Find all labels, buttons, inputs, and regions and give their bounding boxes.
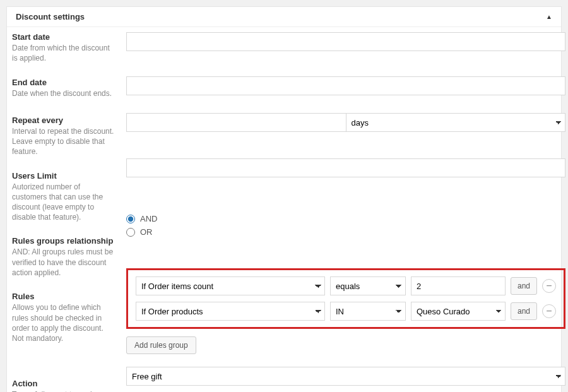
rule-remove-button[interactable]: −: [542, 304, 556, 318]
start-date-desc: Date from which the discount is applied.: [12, 43, 116, 63]
relationship-or-radio[interactable]: [126, 228, 135, 237]
end-date-label: End date: [12, 78, 116, 87]
panel-title: Discount settings: [16, 12, 85, 21]
rule-condition-select[interactable]: If Order items count: [136, 276, 325, 295]
rule-row: If Order products IN Queso Curado and −: [136, 302, 556, 321]
rule-logic-button[interactable]: and: [511, 277, 537, 295]
relationship-radio-group: AND OR: [126, 214, 565, 256]
action-desc: Type of discount to apply.: [12, 389, 116, 392]
users-limit-desc: Autorized number of customers that can u…: [12, 182, 116, 223]
rules-label: Rules: [12, 292, 116, 301]
discount-settings-panel: Discount settings ▲ Start date Date from…: [6, 6, 562, 392]
add-rules-group-button[interactable]: Add rules group: [126, 336, 196, 354]
rule-remove-button[interactable]: −: [542, 279, 556, 293]
relationship-or-label: OR: [140, 227, 153, 237]
users-limit-label: Users Limit: [12, 171, 116, 181]
rule-condition-select[interactable]: If Order products: [136, 302, 325, 321]
end-date-input[interactable]: [126, 76, 565, 95]
rule-row: If Order items count equals and −: [136, 276, 556, 295]
main-form: days AND OR: [122, 32, 565, 392]
relationship-and-option[interactable]: AND: [126, 214, 565, 223]
minus-icon: −: [546, 281, 552, 291]
repeat-unit-select[interactable]: days: [346, 113, 566, 132]
rule-operator-select[interactable]: equals: [330, 276, 406, 295]
rule-logic-button[interactable]: and: [511, 302, 537, 320]
action-label: Action: [12, 379, 116, 388]
relationship-desc: AND: All groups rules must be verified t…: [12, 247, 116, 278]
rules-group-box: If Order items count equals and − If Ord…: [126, 268, 565, 329]
rules-desc: Allows you to define which rules should …: [12, 302, 116, 343]
start-date-label: Start date: [12, 32, 116, 42]
relationship-and-radio[interactable]: [126, 215, 135, 223]
start-date-input[interactable]: [126, 32, 565, 51]
sidebar: Start date Date from which the discount …: [12, 32, 122, 392]
minus-icon: −: [546, 306, 552, 316]
end-date-desc: Date when the discount ends.: [12, 88, 116, 98]
panel-collapse-toggle[interactable]: ▲: [546, 13, 552, 20]
repeat-label: Repeat every: [12, 116, 116, 125]
users-limit-input[interactable]: [126, 158, 565, 177]
repeat-interval-input[interactable]: [126, 113, 346, 132]
rule-value-input[interactable]: [411, 276, 506, 295]
repeat-desc: Interval to repeat the discount. Leave e…: [12, 126, 116, 157]
panel-header: Discount settings ▲: [7, 7, 561, 27]
relationship-and-label: AND: [140, 214, 157, 223]
rule-value-select[interactable]: Queso Curado: [411, 302, 506, 321]
relationship-label: Rules groups relationship: [12, 236, 116, 246]
relationship-or-option[interactable]: OR: [126, 227, 565, 237]
rule-operator-select[interactable]: IN: [330, 302, 406, 321]
action-select[interactable]: Free gift: [126, 367, 565, 386]
